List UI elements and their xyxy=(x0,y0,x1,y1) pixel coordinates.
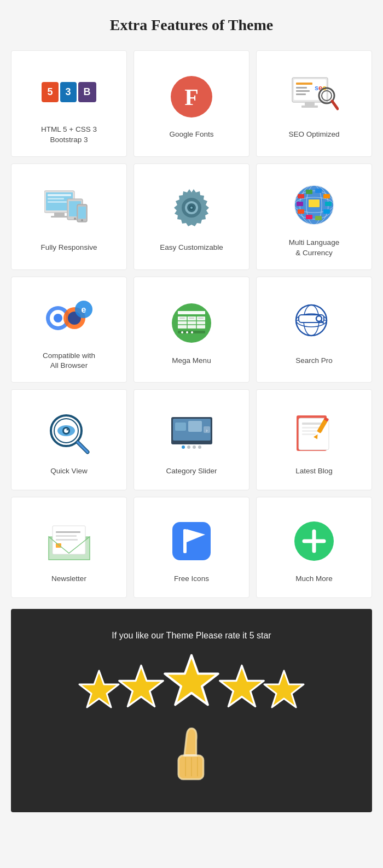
svg-point-34 xyxy=(190,207,193,209)
stars-row xyxy=(77,652,306,714)
svg-rect-100 xyxy=(302,423,324,425)
card-label-search-pro: Search Pro xyxy=(295,356,333,366)
svg-rect-5 xyxy=(296,87,307,89)
svg-point-96 xyxy=(193,445,196,449)
card-label-multilang: Multi Language& Currency xyxy=(289,238,339,259)
svg-point-97 xyxy=(198,445,201,449)
svg-rect-126 xyxy=(178,755,204,779)
card-label-free-icons: Free Icons xyxy=(174,574,209,584)
svg-rect-21 xyxy=(48,194,71,196)
card-latest-blog: Latest Blog xyxy=(256,389,372,490)
card-label-much-more: Much More xyxy=(295,574,333,584)
card-search-pro: Search Pro xyxy=(256,277,372,383)
svg-marker-124 xyxy=(220,666,264,707)
svg-rect-66 xyxy=(179,318,185,319)
svg-rect-103 xyxy=(302,433,316,435)
svg-rect-110 xyxy=(56,531,80,533)
svg-point-85 xyxy=(67,429,68,430)
card-label-quick-view: Quick View xyxy=(50,466,87,477)
card-responsive: Fully Responsive xyxy=(11,163,127,270)
card-label-browser: Compatible withAll Browser xyxy=(43,351,95,372)
svg-rect-60 xyxy=(178,311,205,314)
star-4 xyxy=(217,662,266,714)
seo-icon: s e o xyxy=(289,72,339,121)
card-newsletter: Newsletter xyxy=(11,497,127,598)
mega-menu-icon xyxy=(167,298,216,348)
svg-point-54 xyxy=(54,314,62,322)
star-5 xyxy=(262,668,306,714)
svg-rect-42 xyxy=(315,189,322,193)
card-category-slider: › Category Slider xyxy=(134,389,249,490)
svg-rect-112 xyxy=(56,539,78,541)
svg-rect-67 xyxy=(189,318,194,319)
svg-rect-9 xyxy=(301,105,318,108)
page-wrapper: Extra Features of Theme 5 3 B HTML 5 + C… xyxy=(0,0,383,829)
svg-rect-22 xyxy=(48,198,64,200)
google-fonts-icon: F xyxy=(167,72,216,121)
card-label-category-slider: Category Slider xyxy=(166,466,217,477)
card-seo: s e o SEO Optimized xyxy=(256,50,372,157)
svg-marker-121 xyxy=(79,671,119,707)
svg-rect-4 xyxy=(296,83,312,85)
card-label-responsive: Fully Responsive xyxy=(41,243,97,253)
card-label-google-fonts: Google Fonts xyxy=(169,130,213,140)
svg-rect-23 xyxy=(48,201,67,203)
svg-point-72 xyxy=(191,331,193,333)
responsive-icon xyxy=(44,185,94,234)
card-google-fonts: F Google Fonts xyxy=(134,50,249,157)
svg-rect-111 xyxy=(56,535,77,537)
svg-rect-7 xyxy=(296,93,306,95)
svg-rect-44 xyxy=(297,202,303,206)
card-label-latest-blog: Latest Blog xyxy=(295,466,333,477)
svg-marker-123 xyxy=(165,655,218,705)
svg-line-87 xyxy=(78,442,88,452)
stars-area xyxy=(22,652,361,790)
svg-rect-116 xyxy=(183,529,187,553)
rating-text: If you like our Theme Please rate it 5 s… xyxy=(22,631,361,641)
svg-rect-49 xyxy=(315,216,322,220)
svg-rect-113 xyxy=(56,543,61,548)
card-multilang: Multi Language& Currency xyxy=(256,163,372,270)
svg-rect-20 xyxy=(51,216,68,218)
card-html-css-bs: 5 3 B HTML 5 + CSS 3Bootstrap 3 xyxy=(11,50,127,157)
svg-rect-115 xyxy=(172,522,211,560)
svg-marker-125 xyxy=(264,671,304,707)
svg-line-15 xyxy=(332,101,338,109)
svg-rect-46 xyxy=(298,209,304,214)
svg-marker-122 xyxy=(119,666,163,707)
svg-rect-6 xyxy=(296,90,310,92)
card-label-mega-menu: Mega Menu xyxy=(172,356,211,366)
svg-text:F: F xyxy=(184,85,199,110)
svg-text:›: › xyxy=(206,427,207,433)
svg-rect-68 xyxy=(198,318,204,319)
svg-rect-28 xyxy=(78,207,86,219)
svg-point-29 xyxy=(81,219,83,221)
svg-rect-41 xyxy=(306,190,312,194)
html-css-bs-icon: 5 3 B xyxy=(44,67,94,116)
page-title: Extra Features of Theme xyxy=(11,16,372,34)
svg-point-26 xyxy=(74,218,76,220)
card-label-html-css-bs: HTML 5 + CSS 3Bootstrap 3 xyxy=(41,125,97,145)
svg-rect-91 xyxy=(188,421,202,432)
svg-rect-19 xyxy=(54,213,65,216)
quick-view-icon xyxy=(44,409,94,458)
svg-rect-48 xyxy=(306,215,312,219)
newsletter-icon xyxy=(44,517,94,566)
svg-point-70 xyxy=(181,331,183,333)
svg-point-94 xyxy=(182,445,185,449)
category-slider-icon: › xyxy=(167,409,216,458)
card-label-customizable: Easy Customizable xyxy=(160,243,223,253)
svg-point-95 xyxy=(187,445,190,449)
svg-point-71 xyxy=(186,331,188,333)
free-icons-icon xyxy=(167,517,216,566)
rating-section: If you like our Theme Please rate it 5 s… xyxy=(11,609,372,812)
card-mega-menu: Mega Menu xyxy=(134,277,249,383)
star-1 xyxy=(77,668,121,714)
latest-blog-icon xyxy=(289,409,339,458)
svg-rect-101 xyxy=(302,427,321,429)
svg-rect-50 xyxy=(309,200,320,207)
svg-point-16 xyxy=(322,91,332,101)
svg-rect-90 xyxy=(175,423,186,431)
svg-text:e: e xyxy=(82,305,86,314)
card-browser: e Compatible withAll Browser xyxy=(11,277,127,383)
